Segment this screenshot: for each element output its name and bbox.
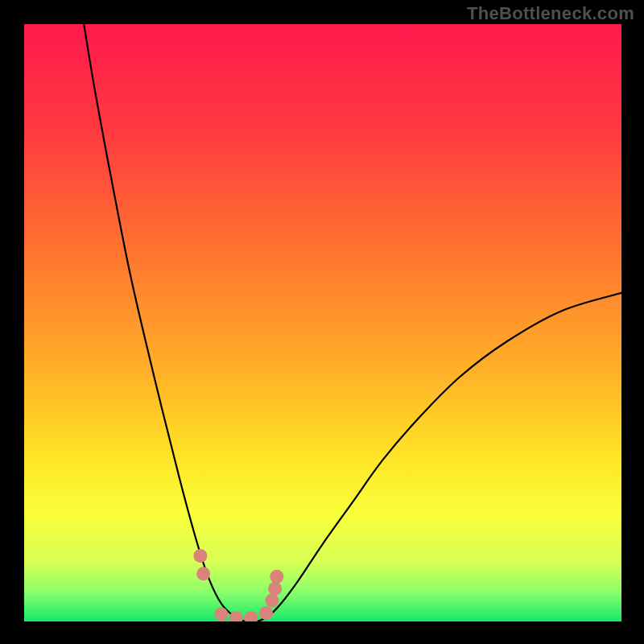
watermark-text: TheBottleneck.com [467, 3, 634, 24]
sample-dot [265, 594, 279, 608]
chart-stage: TheBottleneck.com [0, 0, 644, 644]
sample-dot [259, 606, 273, 620]
sample-dot [244, 611, 258, 625]
sample-dot [270, 570, 283, 584]
gradient-background [24, 24, 621, 621]
bottleneck-chart [0, 0, 644, 644]
sample-dot [196, 567, 210, 580]
sample-dot [268, 582, 282, 596]
sample-dot [229, 611, 243, 625]
sample-dot [193, 549, 207, 563]
sample-dot [214, 608, 228, 621]
